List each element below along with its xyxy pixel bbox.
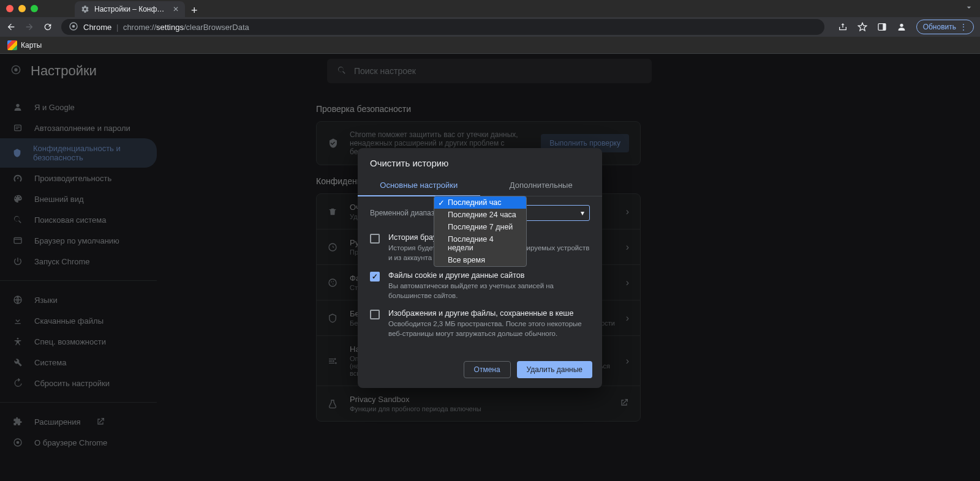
time-range-dropdown: Последний час Последние 24 часа Последни… [434, 196, 527, 267]
checkbox-browsing-history[interactable] [370, 234, 380, 244]
dropdown-option-all-time[interactable]: Все время [434, 254, 526, 266]
checkbox-cookies-label: Файлы cookie и другие данные сайтов [388, 271, 590, 280]
new-tab-button[interactable]: + [185, 4, 204, 17]
caret-down-icon: ▾ [581, 209, 584, 217]
chevron-down-icon[interactable] [964, 2, 974, 15]
checkbox-cache-sub: Освободится 2,3 МБ пространства. После э… [388, 319, 590, 338]
checkbox-cookies-sub: Вы автоматически выйдете из учетных запи… [388, 281, 590, 300]
svg-point-1 [72, 24, 75, 28]
svg-point-4 [900, 24, 903, 27]
tab-strip: Настройки – Конфиденциальность ✕ + [75, 0, 204, 17]
time-range-label: Временной диапазон [370, 209, 442, 217]
menu-kebab-icon: ⋮ [960, 23, 967, 31]
tab-title: Настройки – Конфиденциальность [94, 5, 168, 13]
window-titlebar: Настройки – Конфиденциальность ✕ + [0, 0, 980, 17]
dropdown-option-last-24h[interactable]: Последние 24 часа [434, 209, 526, 221]
dropdown-option-last-4w[interactable]: Последние 4 недели [434, 233, 526, 254]
tab-basic[interactable]: Основные настройки [358, 174, 480, 196]
dropdown-option-last-hour[interactable]: Последний час [434, 196, 526, 209]
bookmark-star-icon[interactable] [858, 22, 867, 32]
bookmarks-bar: Карты [0, 37, 980, 54]
bookmark-label: Карты [21, 41, 42, 50]
traffic-lights [6, 5, 38, 12]
profile-icon[interactable] [897, 22, 907, 32]
clear-browsing-data-dialog: Очистить историю Основные настройки Допо… [358, 148, 602, 388]
back-button[interactable] [6, 22, 16, 32]
maximize-window-button[interactable] [31, 5, 38, 12]
cancel-button[interactable]: Отмена [464, 361, 511, 378]
gear-icon [81, 5, 89, 13]
checkbox-cookies[interactable] [370, 272, 380, 282]
share-icon[interactable] [838, 22, 848, 32]
delete-data-button[interactable]: Удалить данные [517, 361, 592, 378]
checkbox-cache[interactable] [370, 310, 380, 319]
address-bar[interactable]: Chrome | chrome://settings/clearBrowserD… [61, 19, 824, 35]
dialog-tabs: Основные настройки Дополнительные [358, 174, 602, 196]
bookmark-maps[interactable]: Карты [7, 40, 42, 50]
sidepanel-icon[interactable] [877, 22, 887, 32]
browser-tab[interactable]: Настройки – Конфиденциальность ✕ [75, 1, 185, 17]
chrome-icon [69, 21, 78, 33]
url-text: Chrome | chrome://settings/clearBrowserD… [83, 23, 249, 32]
url-bar-row: Chrome | chrome://settings/clearBrowserD… [0, 17, 980, 37]
dropdown-option-last-7d[interactable]: Последние 7 дней [434, 221, 526, 233]
minimize-window-button[interactable] [18, 5, 26, 12]
svg-rect-3 [883, 24, 886, 31]
reload-button[interactable] [43, 22, 53, 32]
checkbox-cache-label: Изображения и другие файлы, сохраненные … [388, 309, 590, 318]
tab-advanced[interactable]: Дополнительные [480, 174, 603, 196]
forward-button[interactable] [24, 22, 34, 32]
dialog-title: Очистить историю [358, 148, 602, 174]
maps-icon [7, 40, 17, 50]
update-browser-button[interactable]: Обновить ⋮ [916, 20, 974, 34]
close-tab-icon[interactable]: ✕ [173, 5, 179, 13]
close-window-button[interactable] [6, 5, 13, 12]
